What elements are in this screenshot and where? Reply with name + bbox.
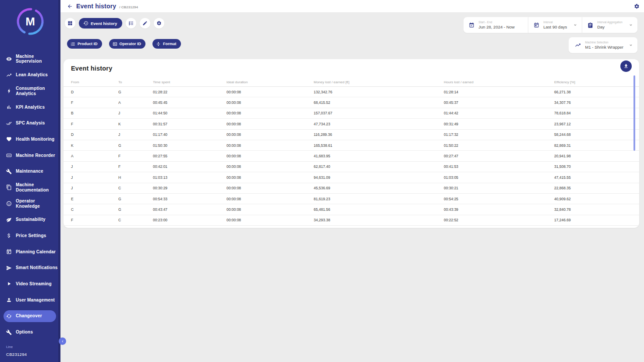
table-cell: 40,909.62 [554, 197, 629, 201]
sidebar-item-video-streaming[interactable]: Video Streaming [0, 276, 60, 292]
filter-product-id-button[interactable]: Product ID [67, 39, 102, 49]
column-header-to: To [118, 80, 153, 84]
chevron-left-icon [60, 339, 65, 344]
sidebar-item-machine-documentation[interactable]: Machine Documentation [0, 180, 60, 196]
heart-icon [6, 136, 12, 142]
sidebar-item-maintenance[interactable]: Maintenance [0, 163, 60, 180]
table-cell: 45,536.69 [314, 186, 444, 190]
table-cell: 41,683.95 [314, 154, 444, 158]
sidebar-item-user-management[interactable]: User Management [0, 292, 60, 308]
table-cell: 31,508.70 [554, 164, 629, 169]
table-cell: 81,619.23 [314, 197, 444, 201]
table-cell: 01:50:30 [153, 143, 226, 148]
id-card-icon [113, 42, 117, 46]
table-cell: 47,734.23 [314, 122, 444, 126]
recorder-icon [6, 153, 12, 158]
table-cell: J [71, 175, 118, 180]
table-cell: 66,271.38 [554, 90, 629, 94]
table-cell: F [71, 122, 118, 126]
page-title: Event history [76, 3, 116, 10]
breadcrumb: / CB231294 [119, 5, 138, 9]
done-all-icon [6, 121, 12, 126]
sidebar-item-health-monitoring[interactable]: Health Monitoring [0, 131, 60, 147]
table-cell: 82,869.31 [554, 143, 629, 148]
content-area: Event history Start - End Jun 28, 2024 -… [60, 12, 644, 362]
interval-picker[interactable]: Interval Last 90 days [528, 17, 582, 33]
table-title: Event history [71, 65, 112, 72]
checklist-button[interactable] [126, 18, 136, 28]
table-row: DG01:28:2200:00:08132,342.7601:28:1466,2… [64, 87, 639, 97]
calendar-check-icon [469, 22, 474, 28]
knowledge-icon [6, 201, 12, 206]
calendar-icon [6, 249, 12, 255]
sidebar-item-label: Health Monitoring [16, 137, 54, 142]
table-cell: 00:00:08 [226, 197, 314, 201]
sidebar-item-sustainability[interactable]: Sustainability [0, 212, 60, 228]
main-area: Event history / CB231294 Event history S… [60, 0, 644, 362]
table-cell: 00:22:52 [444, 218, 554, 222]
sidebar-item-label: Consumption Analytics [16, 86, 58, 96]
table-cell: D [71, 132, 118, 137]
table-row: EG00:54:3300:00:0881,619.2300:54:2540,90… [64, 194, 639, 204]
table-row: JF00:42:0100:00:0862,817.4000:41:5331,50… [64, 162, 639, 172]
sidebar-item-label: User Management [16, 298, 55, 303]
table-scrollbar[interactable] [633, 75, 635, 151]
download-button[interactable] [620, 60, 632, 72]
compress-icon [156, 42, 161, 46]
sidebar-item-label: Smart Notifications [16, 265, 57, 270]
eye-icon [6, 56, 12, 62]
table-cell: 00:00:08 [226, 122, 314, 126]
event-history-tab[interactable]: Event history [79, 18, 122, 28]
copy-doc-icon [6, 185, 12, 190]
filter-format-button[interactable]: Format [152, 39, 181, 49]
view-settings-button[interactable] [154, 18, 164, 28]
table-cell: F [71, 100, 118, 105]
bar-chart-icon [6, 104, 12, 110]
table-cell: 23,967.12 [554, 122, 629, 126]
leaf-icon [6, 217, 12, 223]
sidebar-item-price-settings[interactable]: Price Settings [0, 228, 60, 244]
table-cell: 00:27:55 [153, 154, 226, 158]
table-cell: 00:43:47 [153, 207, 226, 212]
sidebar-collapse-button[interactable] [59, 337, 66, 345]
sidebar-item-options[interactable]: Options [0, 324, 60, 341]
person-icon [6, 297, 12, 303]
table-cell: 47,415.55 [554, 175, 629, 180]
table-cell: 58,244.68 [554, 132, 629, 137]
sidebar-item-label: Price Settings [16, 233, 46, 238]
column-header-from: From [71, 80, 118, 84]
logo-letter: M [25, 15, 35, 28]
toolbar-row: Event history Start - End Jun 28, 2024 -… [65, 17, 637, 33]
chevron-down-icon [573, 23, 577, 27]
column-header-ideal-duration: Ideal duration [226, 80, 314, 84]
filter-operator-id-button[interactable]: Operator ID [109, 39, 146, 49]
table-cell: A [71, 154, 118, 158]
filter-label: Product ID [78, 42, 98, 46]
sidebar-item-lean-analytics[interactable]: Lean Analytics [0, 67, 60, 83]
numbered-list-icon [71, 42, 75, 46]
sidebar-item-smart-notifications[interactable]: Smart Notifications [0, 260, 60, 276]
grid-view-button[interactable] [65, 18, 75, 28]
interval-aggregation-picker[interactable]: Interval Aggregation Day [582, 17, 637, 33]
line-label: Line [6, 345, 54, 349]
global-settings-button[interactable] [634, 3, 640, 9]
sidebar-item-planning-calendar[interactable]: Planning Calendar [0, 244, 60, 260]
sidebar-item-kpi-analytics[interactable]: KPI Analytics [0, 99, 60, 115]
sidebar-item-machine-recorder[interactable]: Machine Recorder [0, 147, 60, 163]
sidebar-scrollbar[interactable] [58, 0, 60, 362]
sidebar-item-operator-knowledge[interactable]: Operator Knowledge [0, 195, 60, 212]
table-row: FK00:31:5700:00:0847,734.2300:31:4923,96… [64, 119, 639, 129]
sidebar-item-machine-supervision[interactable]: Machine Supervision [0, 51, 60, 67]
date-picker-card: Start - End Jun 28, 2024 - Now Interval … [464, 17, 637, 33]
start-end-picker[interactable]: Start - End Jun 28, 2024 - Now [464, 17, 528, 33]
sidebar-item-consumption-analytics[interactable]: Consumption Analytics [0, 83, 60, 99]
table-cell: 00:54:25 [444, 197, 554, 201]
sidebar-item-changeover[interactable]: Changeover [4, 310, 56, 322]
back-button[interactable] [67, 3, 73, 9]
edit-button[interactable] [140, 18, 150, 28]
table-row: DJ01:17:4000:00:08116,289.3601:17:3258,2… [64, 130, 639, 140]
table-cell: G [118, 90, 153, 94]
sidebar-item-spc-analysis[interactable]: SPC Analysis [0, 115, 60, 131]
machine-selection-picker[interactable]: Machine Selection M1 - Shrink Wrapper [569, 37, 637, 53]
filter-label: Format [163, 42, 177, 46]
